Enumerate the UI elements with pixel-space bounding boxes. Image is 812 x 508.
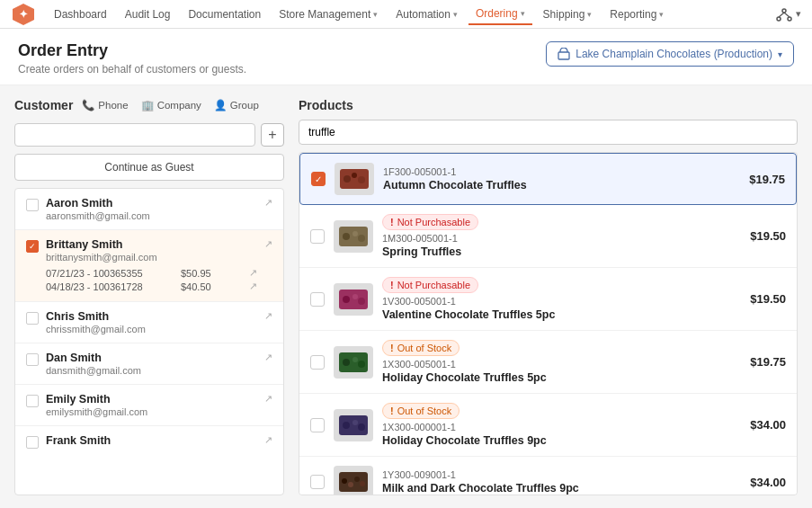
store-label: Lake Champlain Chocolates (Production): [576, 48, 772, 60]
page-subtitle: Create orders on behalf of customers or …: [18, 63, 246, 76]
svg-point-17: [343, 296, 350, 303]
product-checkbox-2[interactable]: [310, 292, 325, 307]
tab-group[interactable]: 👤 Group: [214, 99, 259, 111]
customer-checkbox-emily[interactable]: [26, 395, 39, 407]
building-icon: 🏢: [141, 99, 154, 111]
order-link-icon[interactable]: ↗: [249, 281, 257, 292]
network-icon[interactable]: [776, 6, 792, 22]
svg-point-21: [343, 359, 350, 366]
customer-checkbox-brittany[interactable]: [26, 240, 39, 253]
list-item[interactable]: 1F300-005001-1 Autumn Chocolate Truffles…: [299, 153, 797, 205]
product-image-0: [335, 163, 374, 195]
customer-info: Dan Smith dansmith@gmail.com: [46, 352, 257, 376]
list-item[interactable]: Brittany Smith brittanysmith@gmail.com 0…: [15, 230, 283, 302]
external-link-icon[interactable]: ↗: [264, 393, 272, 405]
order-link-icon[interactable]: ↗: [249, 267, 257, 279]
page-title-area: Order Entry Create orders on behalf of c…: [18, 41, 246, 76]
nav-reporting[interactable]: Reporting ▾: [602, 4, 671, 24]
svg-point-26: [352, 420, 358, 425]
svg-point-14: [352, 231, 358, 236]
customer-info: Aaron Smith aaronsmith@gmail.com: [46, 197, 257, 221]
customer-checkbox-aaron[interactable]: [26, 199, 39, 211]
customer-search-input[interactable]: [14, 123, 255, 147]
logo[interactable]: ✦: [11, 2, 36, 27]
product-image-3: [334, 346, 373, 379]
product-checkbox-0[interactable]: [311, 172, 326, 186]
phone-icon: 📞: [82, 99, 94, 111]
not-purchasable-badge: ! Not Purchasable: [382, 214, 478, 230]
svg-point-25: [343, 422, 350, 429]
out-of-stock-badge: ! Out of Stock: [382, 340, 460, 356]
svg-point-29: [342, 478, 347, 484]
list-item[interactable]: ! Out of Stock 1X300-005001-1 Holiday Ch…: [299, 331, 797, 394]
product-details-5: 1Y300-009001-1 Milk and Dark Chocolate T…: [382, 469, 741, 495]
external-link-icon[interactable]: ↗: [264, 238, 272, 250]
external-link-icon[interactable]: ↗: [264, 197, 272, 209]
nav-dropdown-arrow[interactable]: ▾: [796, 8, 801, 20]
list-item[interactable]: ! Not Purchasable 1M300-005001-1 Spring …: [299, 205, 797, 268]
external-link-icon[interactable]: ↗: [264, 352, 272, 363]
customer-orders: 07/21/23 - 100365355 $50.95 ↗ 04/18/23 -…: [46, 266, 257, 293]
svg-point-32: [360, 481, 365, 486]
nav-dashboard[interactable]: Dashboard: [47, 4, 114, 24]
products-panel: Products 1F300-005001-1 Autumn Chocolate…: [299, 98, 798, 495]
tab-phone[interactable]: 📞 Phone: [82, 99, 128, 111]
list-item[interactable]: 1Y300-009001-1 Milk and Dark Chocolate T…: [299, 457, 797, 495]
svg-point-9: [344, 175, 351, 183]
svg-point-3: [777, 17, 781, 21]
list-item[interactable]: Emily Smith emilysmith@gmail.com ↗: [15, 385, 283, 426]
continue-as-guest-button[interactable]: Continue as Guest: [14, 154, 284, 181]
products-search-input[interactable]: [299, 120, 798, 145]
customer-panel-header: Customer 📞 Phone 🏢 Company 👤 Group: [14, 98, 284, 112]
svg-point-13: [343, 233, 350, 240]
list-item[interactable]: ! Out of Stock 1X300-000001-1 Holiday Ch…: [299, 394, 797, 457]
nav-shipping[interactable]: Shipping ▾: [536, 4, 600, 24]
svg-rect-7: [558, 52, 569, 59]
nav-right-icons: ▾: [776, 6, 801, 22]
nav-automation[interactable]: Automation ▾: [388, 4, 465, 24]
product-checkbox-5[interactable]: [310, 475, 325, 489]
order-row[interactable]: 07/21/23 - 100365355 $50.95 ↗: [46, 266, 257, 280]
product-checkbox-3[interactable]: [310, 355, 325, 370]
main-content: Order Entry Create orders on behalf of c…: [0, 29, 812, 508]
customer-checkbox-frank[interactable]: [26, 436, 39, 449]
product-image-1: [334, 220, 373, 253]
customer-checkbox-dan[interactable]: [26, 353, 39, 366]
list-item[interactable]: Dan Smith dansmith@gmail.com ↗: [15, 343, 283, 385]
external-link-icon[interactable]: ↗: [264, 434, 272, 446]
order-row[interactable]: 04/18/23 - 100361728 $40.50 ↗: [46, 280, 257, 293]
nav-documentation[interactable]: Documentation: [181, 4, 268, 24]
tab-company[interactable]: 🏢 Company: [141, 99, 201, 111]
product-details-1: ! Not Purchasable 1M300-005001-1 Spring …: [382, 214, 741, 258]
product-details-0: 1F300-005001-1 Autumn Chocolate Truffles: [383, 166, 740, 192]
nav-store-management[interactable]: Store Management ▾: [272, 4, 385, 24]
svg-point-19: [358, 298, 365, 305]
list-item[interactable]: Aaron Smith aaronsmith@gmail.com ↗: [15, 189, 283, 230]
svg-point-30: [348, 482, 353, 487]
not-purchasable-badge: ! Not Purchasable: [382, 277, 478, 293]
add-customer-button[interactable]: +: [261, 123, 284, 147]
page-header: Order Entry Create orders on behalf of c…: [0, 29, 812, 85]
svg-point-11: [358, 176, 365, 183]
store-dropdown-icon: ▾: [778, 49, 782, 59]
product-checkbox-1[interactable]: [310, 229, 325, 244]
customer-tabs: 📞 Phone 🏢 Company 👤 Group: [82, 99, 258, 111]
product-checkbox-4[interactable]: [310, 418, 325, 432]
svg-point-15: [358, 235, 365, 242]
external-link-icon[interactable]: ↗: [264, 310, 272, 322]
store-selector[interactable]: Lake Champlain Chocolates (Production) ▾: [546, 41, 794, 67]
svg-line-6: [784, 13, 790, 17]
list-item[interactable]: Chris Smith chrissmith@gmail.com ↗: [15, 302, 283, 343]
svg-text:✦: ✦: [19, 8, 28, 21]
content-area: Customer 📞 Phone 🏢 Company 👤 Group: [0, 85, 812, 508]
customer-info: Brittany Smith brittanysmith@gmail.com 0…: [46, 238, 257, 293]
svg-line-5: [779, 13, 784, 17]
customer-checkbox-chris[interactable]: [26, 312, 39, 325]
nav-ordering[interactable]: Ordering ▾: [468, 4, 532, 25]
svg-point-18: [352, 294, 358, 299]
list-item[interactable]: Frank Smith ↗: [15, 426, 283, 457]
customer-panel-title: Customer: [14, 98, 73, 112]
nav-audit-log[interactable]: Audit Log: [118, 4, 178, 24]
list-item[interactable]: ! Not Purchasable 1V300-005001-1 Valenti…: [299, 268, 797, 331]
svg-point-27: [358, 423, 365, 431]
